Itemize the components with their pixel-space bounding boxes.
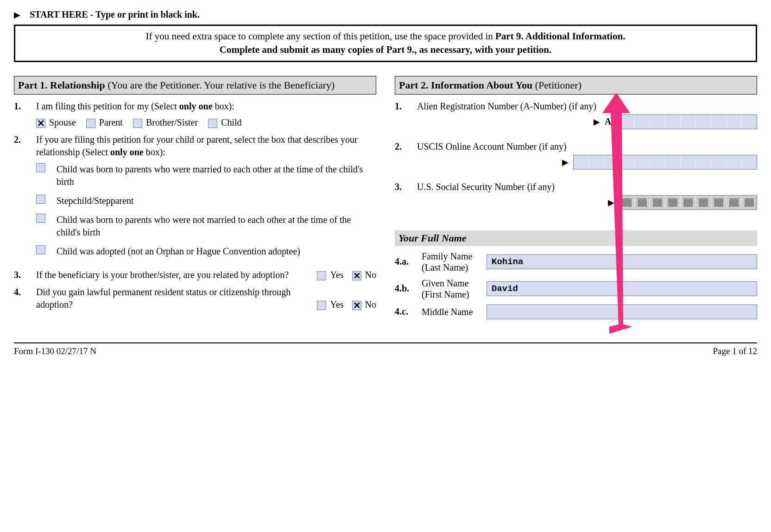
q2-text-post: box):: [144, 147, 165, 157]
opt-brother: Brother/Sister: [146, 117, 198, 127]
q1-text-bold: only one: [179, 101, 213, 111]
q4-no: No: [365, 299, 376, 310]
start-here-text: START HERE - Type or print in black ink.: [30, 9, 200, 20]
a-number-field[interactable]: [619, 114, 757, 129]
p2-q4c-number: 4.c.: [395, 305, 417, 318]
part2-title-bold: Part 2. Information About You: [399, 79, 532, 91]
part2-header: Part 2. Information About You (Petitione…: [395, 76, 757, 95]
checkbox-q2-opt3[interactable]: [36, 245, 45, 254]
part1-title-bold: Part 1. Relationship: [18, 79, 105, 91]
start-here-line: ▶ START HERE - Type or print in black in…: [14, 9, 757, 20]
triangle-right-icon: ▶: [608, 197, 614, 208]
checkbox-q2-opt2[interactable]: [36, 214, 45, 223]
part1-title-rest: (You are the Petitioner. Your relative i…: [105, 79, 335, 91]
q3-no: No: [365, 270, 376, 280]
p2-q1-text: Alien Registration Number (A-Number) (if…: [417, 100, 757, 113]
q2-opt0: Child was born to parents who were marri…: [57, 163, 376, 188]
given-name-sub: (First Name): [422, 289, 482, 300]
info-line1-pre: If you need extra space to complete any …: [145, 31, 495, 42]
p2-q1-number: 1.: [395, 100, 417, 136]
part1-header: Part 1. Relationship (You are the Petiti…: [14, 76, 376, 95]
info-line2-bold: Complete and submit as many copies of Pa…: [220, 44, 552, 55]
q3-text: If the beneficiary is your brother/siste…: [36, 269, 308, 281]
q2-opt1: Stepchild/Stepparent: [57, 195, 376, 207]
given-name-label: Given Name: [422, 278, 482, 289]
given-name-field[interactable]: David: [487, 281, 757, 296]
q3-yes: Yes: [330, 270, 343, 280]
footer-left: Form I-130 02/27/17 N: [14, 346, 96, 356]
ssn-field-redacted[interactable]: [619, 195, 757, 210]
checkbox-q4-yes[interactable]: [317, 301, 326, 310]
page-footer: Form I-130 02/27/17 N Page 1 of 12: [14, 342, 757, 356]
opt-child: Child: [221, 117, 241, 127]
q1-text-post: box):: [213, 101, 234, 111]
middle-name-field[interactable]: [487, 304, 757, 319]
q4-number: 4.: [14, 286, 36, 311]
triangle-right-icon: ▶: [14, 10, 20, 20]
opt-spouse: Spouse: [49, 117, 76, 127]
q2-text-bold: only one: [110, 147, 144, 157]
checkbox-parent[interactable]: [86, 119, 95, 128]
q4-text: Did you gain lawful permanent resident s…: [36, 286, 308, 311]
triangle-right-icon: ▶: [562, 157, 569, 168]
p2-q3-number: 3.: [395, 181, 417, 216]
q2-opt2: Child was born to parents who were not m…: [57, 214, 376, 239]
checkbox-q2-opt1[interactable]: [36, 195, 45, 204]
p2-q4b-number: 4.b.: [395, 282, 417, 295]
extra-space-info-box: If you need extra space to complete any …: [14, 25, 757, 62]
uscis-account-field[interactable]: [573, 155, 757, 170]
middle-name-label: Middle Name: [422, 306, 482, 317]
checkbox-child[interactable]: [208, 119, 217, 128]
family-name-label: Family Name: [422, 251, 482, 262]
checkbox-q4-no[interactable]: [352, 301, 361, 310]
opt-parent: Parent: [99, 117, 123, 127]
checkbox-q3-yes[interactable]: [317, 271, 326, 280]
a-prefix: A-: [605, 115, 614, 128]
family-name-sub: (Last Name): [422, 262, 482, 273]
checkbox-q2-opt0[interactable]: [36, 163, 45, 172]
q4-yes: Yes: [330, 299, 343, 310]
checkbox-spouse[interactable]: [36, 119, 45, 128]
part1-column: Part 1. Relationship (You are the Petiti…: [14, 76, 376, 324]
q1-text-pre: I am filing this petition for my (Select: [36, 101, 179, 111]
p2-q3-text: U.S. Social Security Number (if any): [417, 181, 757, 193]
your-full-name-header: Your Full Name: [395, 230, 757, 246]
q2-opt3: Child was adopted (not an Orphan or Hagu…: [57, 245, 376, 258]
family-name-field[interactable]: Kohina: [487, 254, 757, 269]
checkbox-q3-no[interactable]: [352, 271, 361, 280]
p2-q2-text: USCIS Online Account Number (if any): [417, 140, 757, 153]
p2-q2-number: 2.: [395, 140, 417, 176]
triangle-right-icon: ▶: [594, 116, 600, 127]
part2-title-rest: (Petitioner): [532, 79, 581, 91]
q2-text-pre: If you are filing this petition for your…: [36, 134, 358, 157]
q3-number: 3.: [14, 269, 36, 281]
part2-column: Part 2. Information About You (Petitione…: [395, 76, 757, 324]
footer-right: Page 1 of 12: [713, 346, 757, 356]
q1-number: 1.: [14, 100, 36, 129]
q2-number: 2.: [14, 133, 36, 264]
checkbox-brother[interactable]: [133, 119, 142, 128]
info-line1-bold: Part 9. Additional Information.: [495, 31, 626, 42]
p2-q4a-number: 4.a.: [395, 255, 417, 268]
